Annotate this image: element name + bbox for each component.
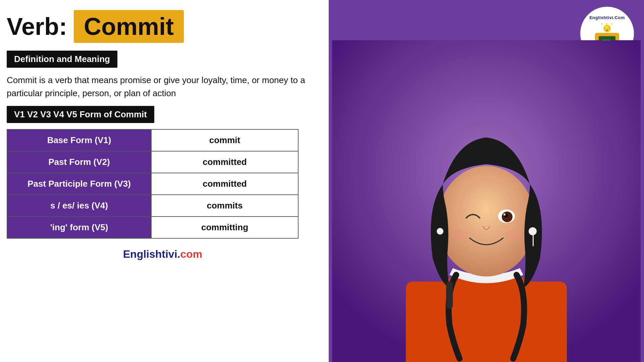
table-row: Base Form (V1)commit: [7, 129, 298, 151]
table-label-cell: Past Form (V2): [7, 151, 151, 173]
svg-point-13: [451, 230, 468, 240]
logo-site-text: Englishtivi.Com: [589, 15, 625, 20]
table-row: Past Participle Form (V3)committed: [7, 173, 298, 195]
brand-red: com: [180, 248, 202, 260]
forms-badge: V1 V2 V3 V4 V5 Form of Commit: [7, 106, 154, 123]
verb-word-box: Commit: [74, 10, 184, 43]
table-row: Past Form (V2)committed: [7, 151, 298, 173]
svg-rect-10: [533, 233, 534, 246]
table-label-cell: Past Participle Form (V3): [7, 173, 151, 195]
verb-word: Commit: [84, 13, 174, 40]
svg-point-14: [505, 230, 522, 240]
definition-text: Commit is a verb that means promise or g…: [7, 74, 319, 100]
table-value-cell: committed: [151, 151, 298, 173]
table-value-cell: commit: [151, 129, 298, 151]
table-label-cell: Base Form (V1): [7, 129, 151, 151]
definition-badge: Definition and Meaning: [7, 51, 117, 68]
table-row: s / es/ ies (V4)commits: [7, 195, 298, 217]
svg-rect-2: [406, 282, 567, 362]
brand-blue: Englishtivi: [123, 248, 177, 260]
svg-point-4: [438, 166, 535, 277]
table-value-cell: commits: [151, 195, 298, 217]
table-value-cell: committing: [151, 217, 298, 238]
verb-forms-table: Base Form (V1)commitPast Form (V2)commit…: [7, 129, 299, 239]
person-photo: [332, 40, 641, 362]
title-row: Verb: Commit: [7, 10, 319, 43]
svg-rect-12: [446, 282, 453, 308]
footer-brand: Englishtivi.com: [7, 248, 319, 260]
verb-label: Verb:: [7, 13, 67, 40]
right-panel: Englishtivi.Com ✦ ✦ ✦ 💡 ENGLITIVI: [329, 0, 644, 362]
table-label-cell: 'ing' form (V5): [7, 217, 151, 238]
table-row: 'ing' form (V5)committing: [7, 217, 298, 238]
left-panel: Verb: Commit Definition and Meaning Comm…: [0, 0, 329, 362]
table-value-cell: committed: [151, 173, 298, 195]
svg-point-11: [437, 228, 443, 235]
table-label-cell: s / es/ ies (V4): [7, 195, 151, 217]
svg-point-8: [503, 214, 505, 216]
